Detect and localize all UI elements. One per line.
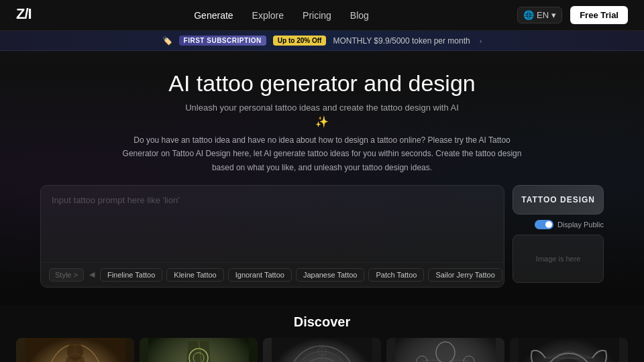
promo-badge: FIRST SUBSCRIPTION [179,36,266,46]
hero-title: AI tattoo generator and design [16,70,628,97]
style-tag-japanese[interactable]: Japanese Tattoo [296,268,365,282]
display-public-toggle: Display Public [513,220,604,229]
nav-pricing[interactable]: Pricing [303,10,331,21]
hero-description: Do you have an tattoo idea and have no i… [121,133,523,174]
tattoo-image-3[interactable] [263,338,381,362]
logo: Z/I [16,4,46,27]
discover-title: Discover [16,314,628,330]
tattoo-image-2[interactable] [140,338,258,362]
globe-icon: 🌐 [523,10,534,20]
hero-section: AI tattoo generator and design Unleash y… [0,51,644,305]
nav-blog[interactable]: Blog [350,10,369,21]
promo-icon: 🏷️ [162,36,172,46]
chevron-down-icon: ▾ [551,10,556,20]
nav-explore[interactable]: Explore [252,10,284,21]
input-area: Style > ◀ Fineline Tattoo Kleine Tattoo … [40,185,604,288]
lang-label: EN [537,10,549,20]
tattoo-prompt-input[interactable] [41,186,504,259]
style-tag-fineline[interactable]: Fineline Tattoo [100,268,162,282]
style-tag-kleine[interactable]: Kleine Tattoo [166,268,223,282]
svg-rect-38 [519,338,619,362]
nav-links: Generate Explore Pricing Blog [194,10,369,21]
tattoo-design-button[interactable]: TATTOO DESIGN [513,185,604,215]
promo-banner[interactable]: 🏷️ FIRST SUBSCRIPTION Up to 20% Off MONT… [0,31,644,51]
language-button[interactable]: 🌐 EN ▾ [517,7,562,23]
image-placeholder-text: Image is here [536,255,581,263]
image-preview: Image is here [513,235,604,283]
discover-section: Discover [0,305,644,362]
public-toggle[interactable] [535,220,553,229]
nav-generate[interactable]: Generate [194,10,233,21]
promo-off-badge: Up to 20% Off [273,36,327,46]
tattoo-image-4[interactable] [386,338,504,362]
navbar: Z/I Generate Explore Pricing Blog 🌐 EN ▾… [0,0,644,31]
style-tag-patch[interactable]: Patch Tattoo [368,268,424,282]
display-public-label: Display Public [557,221,604,229]
sparkle-icon: ✨ [16,115,628,128]
promo-text: MONTHLY $9.9/5000 token per month [333,36,470,46]
free-trial-button[interactable]: Free Trial [570,6,628,24]
style-row: Style > ◀ Fineline Tattoo Kleine Tattoo … [41,262,504,287]
nav-right: 🌐 EN ▾ Free Trial [517,6,628,24]
textarea-wrapper: Style > ◀ Fineline Tattoo Kleine Tattoo … [40,185,504,288]
style-tag-sailor[interactable]: Sailor Jerry Tattoo [428,268,502,282]
style-tag-ignorant[interactable]: Ignorant Tattoo [228,268,292,282]
hero-subtitle: Unleash your personal tattoo ideas and c… [16,103,628,113]
promo-arrow: › [480,37,482,45]
image-grid [16,338,628,362]
tattoo-image-1[interactable] [16,338,134,362]
style-label[interactable]: Style > [49,268,84,282]
prev-style-arrow[interactable]: ◀ [88,269,96,280]
svg-text:Z/I: Z/I [16,5,32,22]
tattoo-image-5[interactable] [510,338,628,362]
right-panel: TATTOO DESIGN Display Public Image is he… [513,185,604,283]
